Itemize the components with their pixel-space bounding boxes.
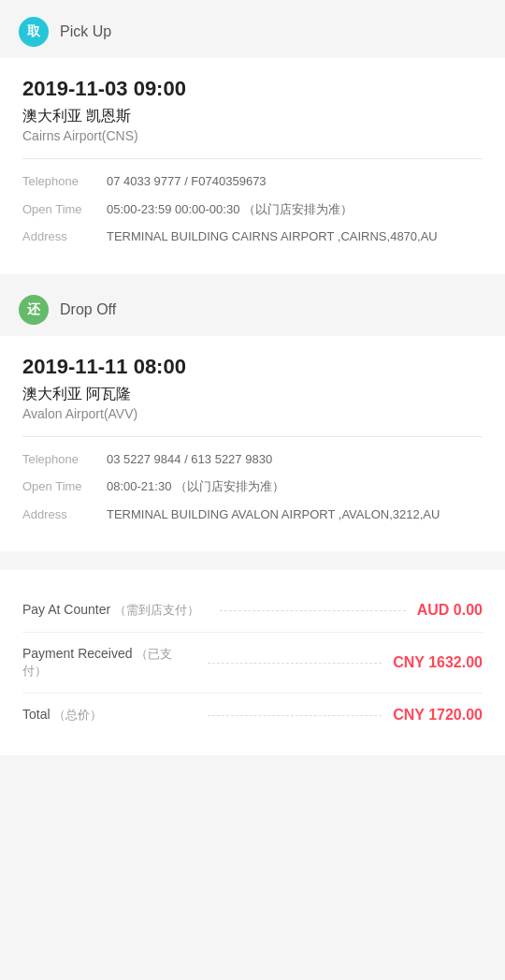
pickup-opentime-row: Open Time 05:00-23:59 00:00-00:30 （以门店安排… bbox=[22, 200, 483, 219]
total-line bbox=[208, 715, 382, 716]
dropoff-badge: 还 bbox=[19, 295, 49, 325]
dropoff-divider bbox=[22, 436, 483, 437]
summary-section: Pay At Counter （需到店支付） AUD 0.00 Payment … bbox=[0, 570, 505, 755]
dropoff-title: Drop Off bbox=[60, 301, 116, 318]
dropoff-address-value: TERMINAL BUILDING AVALON AIRPORT ,AVALON… bbox=[107, 505, 483, 524]
pickup-address-value: TERMINAL BUILDING CAIRNS AIRPORT ,CAIRNS… bbox=[107, 227, 483, 246]
dropoff-location-cn: 澳大利亚 阿瓦隆 bbox=[22, 385, 483, 404]
pickup-address-row: Address TERMINAL BUILDING CAIRNS AIRPORT… bbox=[22, 227, 483, 246]
pickup-title: Pick Up bbox=[60, 23, 111, 40]
payment-received-value: CNY 1632.00 bbox=[393, 654, 483, 671]
pickup-section-header: 取 Pick Up bbox=[0, 0, 505, 58]
pay-at-counter-row: Pay At Counter （需到店支付） AUD 0.00 bbox=[22, 589, 483, 633]
pay-at-counter-line bbox=[220, 610, 406, 611]
pickup-datetime: 2019-11-03 09:00 bbox=[22, 77, 483, 101]
pickup-telephone-label: Telephone bbox=[22, 172, 107, 191]
pickup-telephone-value: 07 4033 9777 / F0740359673 bbox=[107, 172, 483, 191]
pickup-location-en: Cairns Airport(CNS) bbox=[22, 128, 483, 143]
pay-at-counter-label: Pay At Counter （需到店支付） bbox=[22, 602, 209, 619]
dropoff-opentime-row: Open Time 08:00-21:30 （以门店安排为准） bbox=[22, 477, 483, 496]
pickup-badge: 取 bbox=[19, 17, 49, 47]
pickup-divider bbox=[22, 158, 483, 159]
total-row: Total （总价） CNY 1720.00 bbox=[22, 694, 483, 737]
dropoff-opentime-value: 08:00-21:30 （以门店安排为准） bbox=[107, 477, 483, 496]
dropoff-address-row: Address TERMINAL BUILDING AVALON AIRPORT… bbox=[22, 505, 483, 524]
payment-received-row: Payment Received （已支付） CNY 1632.00 bbox=[22, 633, 483, 694]
dropoff-address-label: Address bbox=[22, 505, 107, 524]
dropoff-telephone-label: Telephone bbox=[22, 450, 107, 469]
pickup-opentime-label: Open Time bbox=[22, 200, 107, 219]
pickup-opentime-value: 05:00-23:59 00:00-00:30 （以门店安排为准） bbox=[107, 200, 483, 219]
pickup-card: 2019-11-03 09:00 澳大利亚 凯恩斯 Cairns Airport… bbox=[0, 58, 505, 274]
dropoff-datetime: 2019-11-11 08:00 bbox=[22, 355, 483, 379]
pickup-location-cn: 澳大利亚 凯恩斯 bbox=[22, 107, 483, 126]
pickup-address-label: Address bbox=[22, 227, 107, 246]
payment-received-label: Payment Received （已支付） bbox=[22, 646, 196, 680]
dropoff-opentime-label: Open Time bbox=[22, 477, 107, 496]
dropoff-telephone-value: 03 5227 9844 / 613 5227 9830 bbox=[107, 450, 483, 469]
total-value: CNY 1720.00 bbox=[393, 707, 483, 724]
dropoff-telephone-row: Telephone 03 5227 9844 / 613 5227 9830 bbox=[22, 450, 483, 469]
total-label: Total （总价） bbox=[22, 707, 196, 724]
payment-received-line bbox=[208, 663, 382, 664]
pay-at-counter-value: AUD 0.00 bbox=[417, 602, 483, 619]
dropoff-section-header: 还 Drop Off bbox=[0, 278, 505, 336]
pickup-telephone-row: Telephone 07 4033 9777 / F0740359673 bbox=[22, 172, 483, 191]
dropoff-location-en: Avalon Airport(AVV) bbox=[22, 406, 483, 421]
dropoff-card: 2019-11-11 08:00 澳大利亚 阿瓦隆 Avalon Airport… bbox=[0, 336, 505, 552]
